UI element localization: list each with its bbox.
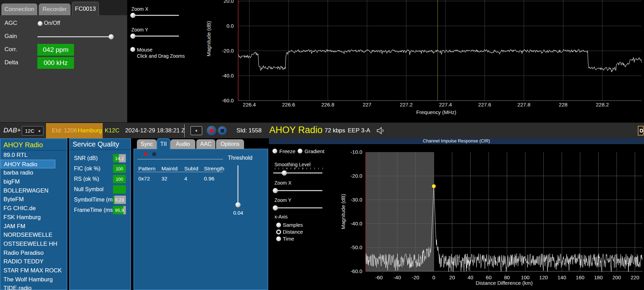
svg-text:80: 80 [504,274,510,280]
dab-logo-button[interactable]: D [638,126,644,135]
tab-audio[interactable]: Audio [170,139,195,149]
service-quality-row: SymbolTime (ms)0,23 [70,196,130,204]
svg-text:227.8: 227.8 [517,102,531,107]
spectrum-zoom-x-slider[interactable] [131,15,179,16]
gain-slider-knob[interactable] [109,34,114,39]
bottom-section: AHOY Radio 89.0 RTLAHOY Radiobarba radio… [0,138,644,290]
svg-text:140: 140 [558,274,566,280]
x-axis-radio-samples[interactable] [276,223,281,227]
stop-button[interactable] [218,126,227,135]
svg-text:-40: -40 [393,274,401,280]
gain-label: Gain [4,33,17,40]
svg-text:226.4: 226.4 [243,102,256,107]
x-axis-radio-time[interactable] [276,236,281,241]
station-item[interactable]: The Wolf Hamburg [1,275,67,284]
tab-aac[interactable]: AAC [196,139,215,149]
station-item[interactable]: Radio Paradiso [1,249,67,258]
tii-cell-value: 0x72 [138,176,150,182]
service-quality-row: FIC (ok %)100 [70,165,130,173]
chevron-down-icon: ▼ [38,129,41,133]
station-item[interactable]: RADIO TEDDY [1,257,67,266]
spectrum-zoom-x-knob[interactable] [130,13,136,18]
metric-label: FIC (ok %) [74,166,100,172]
station-item[interactable]: STAR FM MAX ROCK [1,266,67,275]
metric-value-badge: 100 [113,175,126,183]
record-button[interactable] [207,126,216,135]
metric-value-badge: 0,23 [113,196,126,204]
station-item[interactable]: ByteFM [1,195,67,204]
station-item[interactable]: FG CHIC.de [1,204,67,213]
service-quality-panel: Service Quality SNR (dB)14,2FIC (ok %)10… [69,138,131,290]
tii-column-header: SubId [184,166,198,172]
scan-dropdown-button[interactable]: ▼ [190,126,202,135]
x-axis-radio-distance[interactable] [276,230,281,234]
cir-zoom-x-knob[interactable] [273,188,278,193]
smoothing-slider-knob[interactable] [282,170,287,176]
cir-peak-marker [432,184,436,188]
station-item[interactable]: TIDE.radio [1,284,67,290]
freeze-radio[interactable] [272,149,277,153]
mouse-zoom-label: Mouse [137,47,152,53]
selected-station-header: AHOY Radio [1,139,67,151]
freeze-label: Freeze [279,148,296,154]
threshold-slider-knob[interactable] [235,202,241,207]
svg-text:228: 228 [559,102,568,107]
x-axis-option-label: Samples [283,222,303,228]
metric-label: SymbolTime (ms) [74,197,117,203]
station-item[interactable]: bigFM [1,177,67,186]
station-item[interactable]: AHOY Radio [1,160,55,169]
speaker-icon[interactable] [376,126,385,135]
status-bar-divider [184,124,185,137]
channel-select[interactable]: 12C ▼ [22,126,44,135]
tab-tii[interactable]: TII [157,138,170,149]
spectrum-zoom-y-slider[interactable] [131,36,179,37]
record-indicator-icon[interactable] [144,152,147,156]
svg-text:60: 60 [486,274,492,280]
tii-column-header: Pattern [138,166,156,172]
station-item[interactable]: BOLLERWAGEN [1,186,67,195]
station-item[interactable]: barba radio [1,168,67,177]
station-item[interactable]: JAM FM [1,222,67,231]
current-service-name: AHOY Radio [269,125,323,135]
cir-panel: Channel Impulse Response (CIR) Freeze Gr… [269,138,644,290]
channel-select-value: 12C [25,128,35,134]
channel-name: K12C [105,127,120,134]
cir-zoom-y-label: Zoom Y [274,197,291,203]
eid-label: EId: 1206 [52,123,77,138]
smoothing-slider[interactable] [273,172,323,174]
tab-sync[interactable]: Sync [137,139,157,149]
mouse-zoom-radio[interactable] [130,47,135,52]
metric-value-badge: 100 [113,165,126,173]
spectrum-zoom-y-label: Zoom Y [131,27,148,32]
tii-column-header: Strength [204,166,224,172]
cir-zoom-y-knob[interactable] [273,205,278,211]
stop-indicator-icon[interactable] [152,152,156,156]
station-item[interactable]: 89.0 RTL [1,151,67,160]
svg-text:-60.0: -60.0 [351,268,362,274]
spectrum-zoom-y-knob[interactable] [130,34,136,39]
svg-text:228.2: 228.2 [596,102,609,107]
station-item[interactable]: NORDSEEWELLE [1,231,67,240]
spectrum-zoom-x-label: Zoom X [131,6,148,12]
tab-recorder[interactable]: Recorder [39,3,71,15]
tab-fc0013[interactable]: FC0013 [72,2,99,16]
station-item[interactable]: FSK Hamburg [1,213,67,222]
service-quality-row: Null Symbol [70,185,130,194]
tab-options[interactable]: Options [216,139,244,149]
cir-zoom-x-slider[interactable] [273,190,323,191]
gradient-radio[interactable] [298,149,302,153]
agc-on-off-radio[interactable] [38,21,43,26]
ensemble-name: Hamburg [78,123,102,138]
svg-text:Frequency (MHz): Frequency (MHz) [416,109,456,115]
agc-label: AGC [4,20,17,27]
svg-text:Magnitude (dB): Magnitude (dB) [206,21,212,57]
gain-slider[interactable] [37,36,109,37]
tab-connection[interactable]: Connection [1,3,37,15]
tii-cell-value: 32 [161,176,167,182]
svg-text:40: 40 [467,274,473,280]
tii-cell-value: 0.96 [204,176,214,182]
cir-zoom-y-slider[interactable] [273,207,323,208]
cir-title: Channel Impulse Response (CIR) [269,138,644,144]
station-item[interactable]: OSTSEEWELLE HH [1,240,67,249]
threshold-slider[interactable] [237,165,239,204]
